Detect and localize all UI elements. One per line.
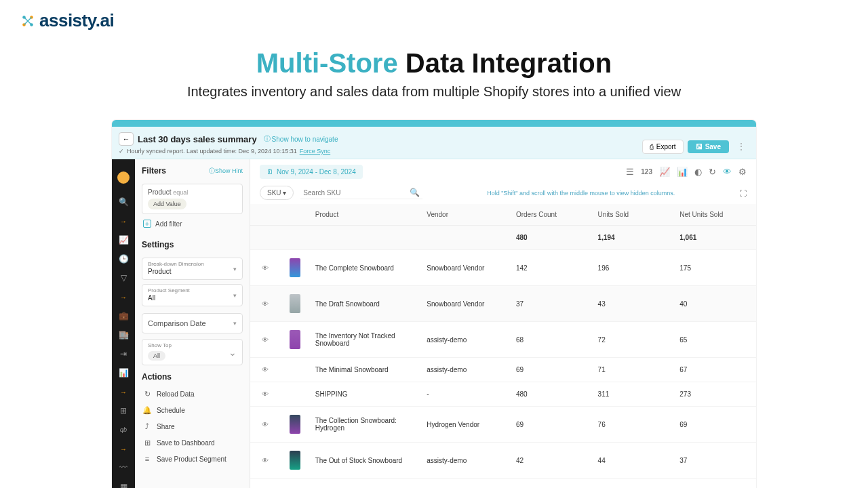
date-range-picker[interactable]: 🗓 Nov 9, 2024 - Dec 8, 2024	[260, 165, 363, 179]
filters-heading: Filters ⓘShow Hint	[142, 166, 243, 176]
product-image	[290, 294, 300, 313]
force-sync-link[interactable]: Force Sync	[300, 148, 331, 155]
clock-icon[interactable]: 🕒	[119, 254, 128, 264]
cell-product: The Complete Snowboard	[310, 250, 422, 286]
cell-net: 175	[674, 250, 756, 286]
plus-icon: +	[143, 220, 151, 228]
cell-orders: 69	[511, 407, 593, 443]
table-row[interactable]: 👁 SHIPPING - 480 311 273	[250, 382, 756, 407]
back-button[interactable]: ←	[119, 132, 134, 146]
row-visibility-toggle[interactable]: 👁	[250, 407, 280, 443]
list-view-icon[interactable]: ☰	[626, 167, 634, 177]
action-icon: ≡	[143, 455, 151, 463]
action-save-product-segment[interactable]: ≡Save Product Segment	[135, 451, 250, 467]
action-schedule[interactable]: 🔔Schedule	[135, 402, 250, 418]
breakdown-dimension-select[interactable]: Break-down Dimension Product	[142, 258, 243, 280]
report-title: Last 30 days sales summary	[138, 134, 257, 144]
row-visibility-toggle[interactable]: 👁	[250, 322, 280, 358]
row-visibility-toggle[interactable]: 👁	[250, 382, 280, 407]
action-reload-data[interactable]: ↻Reload Data	[135, 386, 250, 402]
sku-dropdown[interactable]: SKU ▾	[260, 186, 294, 200]
app-frame: ← Last 30 days sales summary ⓘShow how t…	[112, 120, 756, 488]
logo-icon	[20, 14, 35, 28]
col-units[interactable]: Units Sold	[593, 204, 675, 226]
cell-net: 69	[674, 407, 756, 443]
cell-units: 196	[593, 250, 675, 286]
refresh-icon[interactable]: ↻	[709, 167, 716, 177]
store-icon[interactable]: 🏬	[119, 330, 128, 340]
row-visibility-toggle[interactable]: 👁	[250, 286, 280, 322]
col-net[interactable]: Net Units Sold	[674, 204, 756, 226]
cell-net: 65	[674, 322, 756, 358]
cell-units: 311	[593, 382, 675, 407]
line-chart-icon[interactable]: 📈	[659, 167, 670, 177]
bar-chart-icon[interactable]: 📊	[677, 167, 688, 177]
chart-icon[interactable]: 📊	[119, 368, 128, 378]
table-row[interactable]: 👁 The Out of Stock Snowboard assisty-dem…	[250, 443, 756, 479]
briefcase-icon[interactable]: 💼	[119, 311, 128, 321]
row-visibility-toggle[interactable]: 👁	[250, 443, 280, 479]
settings-gear-icon[interactable]: ⚙	[738, 167, 747, 177]
avatar[interactable]	[117, 171, 130, 184]
visibility-icon[interactable]: 👁	[723, 167, 732, 177]
import-icon[interactable]: ⇥	[119, 349, 128, 359]
qb-icon[interactable]: qb	[119, 425, 128, 434]
search-input[interactable]	[303, 189, 410, 197]
rail-arrow-icon[interactable]: →	[119, 444, 128, 453]
cell-orders: 42	[511, 443, 593, 479]
table-row[interactable]: 👁 The Collection Snowboard: Hydrogen Hyd…	[250, 407, 756, 443]
trend-icon[interactable]: 〰	[119, 463, 128, 472]
add-filter-button[interactable]: + Add filter	[135, 214, 250, 233]
product-image	[290, 415, 300, 434]
cell-vendor: assisty-demo	[421, 358, 511, 382]
row-visibility-toggle[interactable]: 👁	[250, 358, 280, 382]
cell-net: 67	[674, 358, 756, 382]
calendar-icon: 🗓	[267, 168, 273, 176]
filter-icon[interactable]: ▽	[119, 273, 128, 283]
comparison-date-select[interactable]: Comparison Date	[142, 313, 243, 333]
table-row[interactable]: 👁 The Draft Snowboard Snowboard Vendor 3…	[250, 286, 756, 322]
table-row[interactable]: 👁 The Inventory Not Tracked Snowboard as…	[250, 322, 756, 358]
search-icon[interactable]: 🔍	[119, 197, 128, 207]
col-orders[interactable]: Orders Count	[511, 204, 593, 226]
summary-row: 480 1,194 1,061	[250, 226, 756, 250]
table-icon[interactable]: ▦	[119, 482, 128, 488]
product-filter[interactable]: Product equal Add Value	[142, 184, 243, 214]
action-icon: ↻	[143, 390, 151, 398]
action-share[interactable]: ⤴Share	[135, 418, 250, 434]
show-how-to-navigate[interactable]: ⓘShow how to navigate	[264, 134, 338, 144]
more-menu-button[interactable]: ⋮	[733, 139, 749, 154]
sidebar: Filters ⓘShow Hint Product equal Add Val…	[135, 159, 250, 488]
cell-net: 273	[674, 382, 756, 407]
grid-icon[interactable]: ⊞	[119, 406, 128, 415]
rail-arrow-icon[interactable]: →	[119, 216, 128, 226]
search-sku-input[interactable]: 🔍	[300, 186, 422, 199]
row-visibility-toggle[interactable]: 👁	[250, 250, 280, 286]
logo-text: assisty.ai	[39, 10, 114, 31]
col-product[interactable]: Product	[310, 204, 422, 226]
product-image	[290, 330, 300, 349]
col-vendor[interactable]: Vendor	[421, 204, 511, 226]
table-row[interactable]: 👁 The Minimal Snowboard assisty-demo 69 …	[250, 358, 756, 382]
cell-vendor: Hydrogen Vendor	[421, 407, 511, 443]
hero: Multi-Store Data Integration Integrates …	[0, 31, 868, 113]
rail-arrow-icon[interactable]: →	[119, 292, 128, 302]
cell-product: The Minimal Snowboard	[310, 358, 422, 382]
action-save-to-dashboard[interactable]: ⊞Save to Dashboard	[135, 434, 250, 451]
show-top-select[interactable]: Show Top All	[142, 339, 243, 365]
analytics-icon[interactable]: 📈	[119, 235, 128, 245]
pie-chart-icon[interactable]: ◐	[694, 167, 702, 177]
export-button[interactable]: ⎙ Export	[642, 140, 684, 154]
cell-units: 43	[593, 286, 675, 322]
add-value-button[interactable]: Add Value	[148, 199, 186, 209]
number-view-icon[interactable]: 123	[641, 168, 652, 176]
table-row[interactable]: 👁 The Complete Snowboard Snowboard Vendo…	[250, 250, 756, 286]
search-icon[interactable]: 🔍	[410, 188, 420, 197]
cell-units: 44	[593, 443, 675, 479]
logo: assisty.ai	[20, 10, 848, 31]
rail-arrow-icon[interactable]: →	[119, 387, 128, 396]
product-segment-select[interactable]: Product Segment All	[142, 284, 243, 306]
fullscreen-icon[interactable]: ⛶	[739, 189, 747, 197]
show-hint-link[interactable]: ⓘShow Hint	[209, 167, 243, 176]
save-button[interactable]: 🖫 Save	[688, 140, 729, 153]
